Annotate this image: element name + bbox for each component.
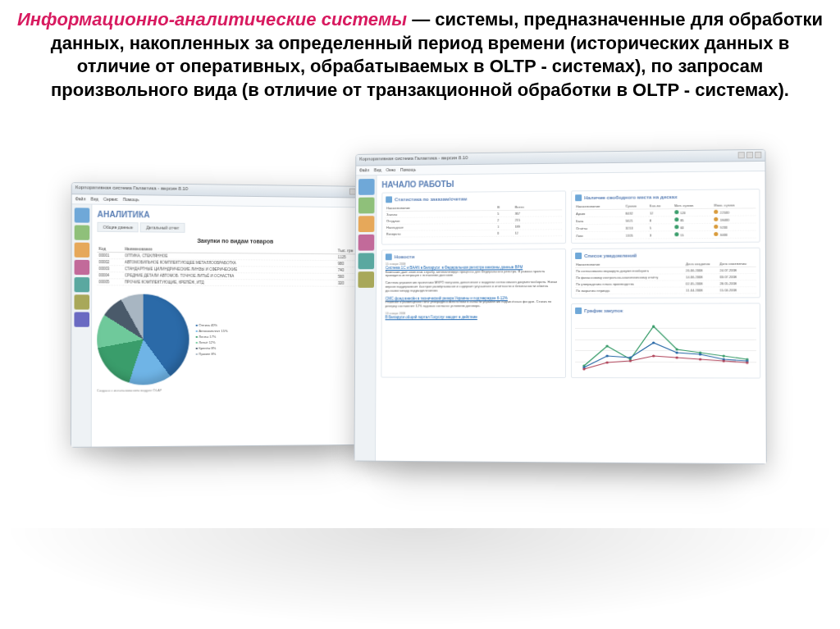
- panel-title: Статистика по заказам/счетам: [395, 197, 467, 203]
- news-item: 15 января 2008Система 1С и BAAN в Белару…: [386, 262, 562, 278]
- menu-item[interactable]: Файл: [75, 197, 86, 203]
- window-title: Корпоративная система Галактика - версия…: [359, 156, 468, 164]
- news-item: 13 января 2008В Беларуси общий портал Го…: [386, 312, 562, 320]
- svg-point-17: [606, 362, 609, 364]
- menu-item[interactable]: Файл: [359, 168, 369, 174]
- svg-point-12: [675, 352, 678, 354]
- sidebar: [354, 175, 377, 461]
- panel-title: Список уведомлений: [584, 253, 637, 258]
- tab[interactable]: Общие данные: [97, 222, 139, 233]
- dashboard-window: Корпоративная система Галактика - версия…: [354, 149, 766, 464]
- pie-legend: Оптика 40%Автокомплект 15%Линзы 17%Литьё…: [196, 323, 228, 356]
- news-icon: [386, 254, 392, 261]
- analytics-window: Корпоративная система Галактика - версия…: [71, 182, 377, 448]
- main-pane: НАЧАЛО РАБОТЫ Статистика по заказам/счет…: [376, 171, 766, 463]
- footer-note: Создано с использованием модуля OLAP: [97, 388, 371, 393]
- nav-icon[interactable]: [75, 226, 90, 240]
- nav-icon[interactable]: [358, 272, 374, 289]
- menu-item[interactable]: Вид: [374, 168, 381, 174]
- nav-icon[interactable]: [75, 243, 90, 258]
- window-controls: [738, 152, 762, 159]
- pie-chart: [97, 294, 189, 385]
- disk-icon: [575, 195, 582, 202]
- definition-term: Информационно-аналитические системы: [17, 9, 407, 30]
- minimize-icon[interactable]: [738, 152, 745, 158]
- nav-icon[interactable]: [358, 217, 375, 233]
- news-panel: Новости 15 января 2008Система 1С и BAAN …: [381, 249, 566, 379]
- disk-table: Наименование Сумма Кол-во Мин. сумма Мак…: [575, 203, 756, 240]
- svg-point-9: [606, 355, 609, 358]
- svg-point-20: [675, 357, 678, 359]
- illustration-area: Корпоративная система Галактика - версия…: [0, 126, 840, 561]
- menu-item[interactable]: Окно: [386, 167, 395, 173]
- svg-point-6: [723, 355, 725, 358]
- notices-panel: Список уведомлений Наименование Дата соз…: [571, 248, 760, 299]
- nav-icon[interactable]: [74, 295, 89, 310]
- nav-icon[interactable]: [75, 208, 90, 223]
- menu-item[interactable]: Помощь: [123, 197, 139, 203]
- sidebar: [71, 205, 92, 448]
- news-item: Система управления проектами MSPO получи…: [386, 281, 562, 294]
- nav-icon[interactable]: [75, 277, 90, 292]
- panel-title: Новости: [395, 255, 415, 260]
- line-chart-panel: График закупок: [571, 303, 760, 379]
- menu-item[interactable]: Вид: [91, 197, 98, 203]
- menu-item[interactable]: Сервис: [103, 197, 118, 203]
- panel-title: Наличие свободного места на дисках: [584, 195, 677, 201]
- slide-text: Информационно-аналитические системы — си…: [0, 0, 840, 102]
- svg-point-4: [675, 349, 678, 351]
- svg-point-22: [723, 360, 725, 362]
- pane-title: АНАЛИТИКА: [98, 210, 371, 222]
- panel-title: График закупок: [584, 308, 623, 313]
- pane-title: НАЧАЛО РАБОТЫ: [381, 176, 760, 189]
- window-title: Корпоративная система Галактика - версия…: [75, 185, 188, 194]
- svg-point-23: [746, 362, 748, 364]
- disk-panel: Наличие свободного места на дисках Наиме…: [571, 189, 760, 244]
- stats-panel: Статистика по заказам/счетам Наименовани…: [381, 191, 566, 245]
- purchases-table: Код Наименование Тыс. грн 00001ОПТИКА, С…: [97, 246, 371, 287]
- menu-item[interactable]: Помощь: [400, 167, 416, 173]
- svg-point-21: [699, 358, 701, 361]
- stats-icon: [386, 197, 392, 203]
- nav-icon[interactable]: [358, 253, 375, 270]
- reflection-shadow: [0, 528, 840, 627]
- notices-table: Наименование Дата создания Дата изменени…: [575, 261, 756, 294]
- nav-icon[interactable]: [358, 179, 375, 195]
- main-pane: АНАЛИТИКА Общие данные Детальный отчет З…: [92, 205, 377, 447]
- tab[interactable]: Детальный отчет: [140, 223, 185, 234]
- nav-icon[interactable]: [358, 235, 375, 251]
- news-item: СМС фонд внесён в технический резерв Укр…: [386, 296, 562, 308]
- nav-icon[interactable]: [74, 312, 89, 327]
- report-title: Закупки по видам товаров: [97, 237, 370, 245]
- notices-icon: [575, 253, 582, 259]
- svg-point-19: [652, 355, 655, 358]
- nav-icon[interactable]: [75, 260, 90, 275]
- maximize-icon[interactable]: [746, 152, 753, 158]
- svg-point-13: [699, 353, 701, 356]
- svg-point-16: [582, 368, 585, 371]
- stats-table: Наименование В Всего Заказы5367Отгрузки2…: [386, 204, 562, 238]
- close-icon[interactable]: [755, 152, 761, 158]
- nav-icon[interactable]: [358, 198, 375, 214]
- svg-point-18: [629, 360, 632, 362]
- line-chart: [575, 317, 756, 375]
- subtabs: Общие данные Детальный отчет: [97, 222, 370, 235]
- chart-icon: [575, 308, 582, 314]
